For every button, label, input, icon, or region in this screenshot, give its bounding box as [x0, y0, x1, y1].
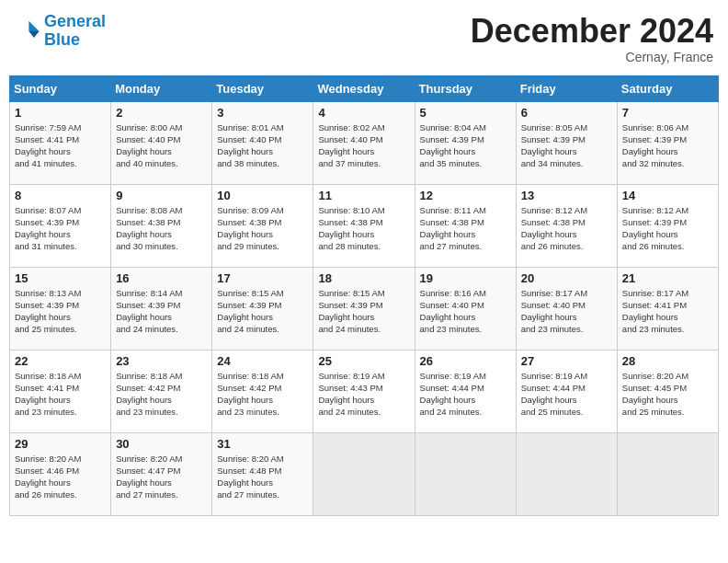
weekday-header-thursday: Thursday — [415, 75, 516, 101]
location-subtitle: Cernay, France — [471, 50, 713, 64]
calendar-cell: 3 Sunrise: 8:01 AM Sunset: 4:40 PM Dayli… — [212, 101, 313, 184]
day-info: Sunrise: 8:20 AM Sunset: 4:46 PM Dayligh… — [15, 453, 106, 501]
calendar-cell — [617, 432, 718, 515]
weekday-header-saturday: Saturday — [617, 75, 718, 101]
calendar-cell: 16 Sunrise: 8:14 AM Sunset: 4:39 PM Dayl… — [111, 267, 212, 350]
day-number: 19 — [420, 271, 511, 285]
calendar-cell: 23 Sunrise: 8:18 AM Sunset: 4:42 PM Dayl… — [111, 350, 212, 432]
day-info: Sunrise: 8:04 AM Sunset: 4:39 PM Dayligh… — [420, 121, 511, 170]
day-info: Sunrise: 8:17 AM Sunset: 4:40 PM Dayligh… — [521, 287, 612, 336]
day-number: 15 — [15, 271, 106, 285]
day-number: 18 — [318, 271, 409, 285]
calendar-cell — [415, 432, 516, 515]
day-info: Sunrise: 8:09 AM Sunset: 4:38 PM Dayligh… — [217, 204, 308, 253]
day-number: 1 — [15, 106, 106, 120]
calendar-cell: 29 Sunrise: 8:20 AM Sunset: 4:46 PM Dayl… — [10, 432, 111, 515]
day-info: Sunrise: 8:11 AM Sunset: 4:38 PM Dayligh… — [420, 204, 511, 253]
day-number: 25 — [318, 354, 409, 368]
day-number: 23 — [116, 354, 207, 368]
day-info: Sunrise: 8:00 AM Sunset: 4:40 PM Dayligh… — [116, 121, 207, 170]
day-info: Sunrise: 8:18 AM Sunset: 4:42 PM Dayligh… — [217, 370, 308, 419]
day-info: Sunrise: 8:08 AM Sunset: 4:38 PM Dayligh… — [116, 204, 207, 253]
day-number: 28 — [622, 354, 713, 368]
calendar-cell — [516, 432, 617, 515]
day-info: Sunrise: 8:02 AM Sunset: 4:40 PM Dayligh… — [318, 121, 409, 170]
calendar-cell: 11 Sunrise: 8:10 AM Sunset: 4:38 PM Dayl… — [313, 184, 415, 267]
day-number: 30 — [116, 437, 207, 451]
calendar-cell: 26 Sunrise: 8:19 AM Sunset: 4:44 PM Dayl… — [415, 350, 516, 432]
calendar-week-row: 15 Sunrise: 8:13 AM Sunset: 4:39 PM Dayl… — [10, 267, 719, 350]
day-info: Sunrise: 8:20 AM Sunset: 4:48 PM Dayligh… — [217, 453, 308, 501]
day-number: 16 — [116, 271, 207, 285]
calendar-cell: 20 Sunrise: 8:17 AM Sunset: 4:40 PM Dayl… — [516, 267, 617, 350]
day-number: 21 — [622, 271, 713, 285]
day-info: Sunrise: 8:13 AM Sunset: 4:39 PM Dayligh… — [15, 287, 106, 336]
calendar-table: SundayMondayTuesdayWednesdayThursdayFrid… — [9, 75, 719, 516]
calendar-cell: 17 Sunrise: 8:15 AM Sunset: 4:39 PM Dayl… — [212, 267, 313, 350]
day-info: Sunrise: 8:06 AM Sunset: 4:39 PM Dayligh… — [622, 121, 713, 170]
calendar-cell: 19 Sunrise: 8:16 AM Sunset: 4:40 PM Dayl… — [415, 267, 516, 350]
day-number: 6 — [521, 106, 612, 120]
calendar-cell — [313, 432, 415, 515]
day-info: Sunrise: 8:15 AM Sunset: 4:39 PM Dayligh… — [318, 287, 409, 336]
logo-icon — [15, 18, 40, 44]
day-info: Sunrise: 8:19 AM Sunset: 4:44 PM Dayligh… — [420, 370, 511, 419]
calendar-cell: 13 Sunrise: 8:12 AM Sunset: 4:38 PM Dayl… — [516, 184, 617, 267]
svg-marker-1 — [28, 31, 39, 38]
day-number: 8 — [15, 189, 106, 202]
day-info: Sunrise: 8:20 AM Sunset: 4:45 PM Dayligh… — [622, 370, 713, 419]
calendar-cell: 10 Sunrise: 8:09 AM Sunset: 4:38 PM Dayl… — [212, 184, 313, 267]
calendar-cell: 18 Sunrise: 8:15 AM Sunset: 4:39 PM Dayl… — [313, 267, 415, 350]
day-info: Sunrise: 8:18 AM Sunset: 4:42 PM Dayligh… — [116, 370, 207, 419]
day-number: 13 — [521, 189, 612, 202]
calendar-cell: 7 Sunrise: 8:06 AM Sunset: 4:39 PM Dayli… — [617, 101, 718, 184]
day-number: 2 — [116, 106, 207, 120]
weekday-header-row: SundayMondayTuesdayWednesdayThursdayFrid… — [10, 75, 719, 101]
day-info: Sunrise: 8:14 AM Sunset: 4:39 PM Dayligh… — [116, 287, 207, 336]
day-number: 5 — [420, 106, 511, 120]
page-header: General Blue December 2024 Cernay, Franc… — [9, 9, 719, 68]
calendar-cell: 8 Sunrise: 8:07 AM Sunset: 4:39 PM Dayli… — [10, 184, 111, 267]
day-number: 9 — [116, 189, 207, 202]
day-info: Sunrise: 8:16 AM Sunset: 4:40 PM Dayligh… — [420, 287, 511, 336]
calendar-cell: 30 Sunrise: 8:20 AM Sunset: 4:47 PM Dayl… — [111, 432, 212, 515]
day-info: Sunrise: 8:19 AM Sunset: 4:44 PM Dayligh… — [521, 370, 612, 419]
calendar-cell: 5 Sunrise: 8:04 AM Sunset: 4:39 PM Dayli… — [415, 101, 516, 184]
calendar-cell: 28 Sunrise: 8:20 AM Sunset: 4:45 PM Dayl… — [617, 350, 718, 432]
day-number: 22 — [15, 354, 106, 368]
weekday-header-wednesday: Wednesday — [313, 75, 415, 101]
day-info: Sunrise: 8:05 AM Sunset: 4:39 PM Dayligh… — [521, 121, 612, 170]
calendar-cell: 12 Sunrise: 8:11 AM Sunset: 4:38 PM Dayl… — [415, 184, 516, 267]
calendar-cell: 14 Sunrise: 8:12 AM Sunset: 4:39 PM Dayl… — [617, 184, 718, 267]
day-info: Sunrise: 8:15 AM Sunset: 4:39 PM Dayligh… — [217, 287, 308, 336]
weekday-header-monday: Monday — [111, 75, 212, 101]
day-number: 17 — [217, 271, 308, 285]
logo-text: General Blue — [44, 13, 106, 50]
day-number: 27 — [521, 354, 612, 368]
day-number: 4 — [318, 106, 409, 120]
calendar-cell: 6 Sunrise: 8:05 AM Sunset: 4:39 PM Dayli… — [516, 101, 617, 184]
day-number: 3 — [217, 106, 308, 120]
day-info: Sunrise: 8:01 AM Sunset: 4:40 PM Dayligh… — [217, 121, 308, 170]
calendar-cell: 22 Sunrise: 8:18 AM Sunset: 4:41 PM Dayl… — [10, 350, 111, 432]
day-info: Sunrise: 8:07 AM Sunset: 4:39 PM Dayligh… — [15, 204, 106, 253]
day-info: Sunrise: 8:20 AM Sunset: 4:47 PM Dayligh… — [116, 453, 207, 501]
calendar-cell: 9 Sunrise: 8:08 AM Sunset: 4:38 PM Dayli… — [111, 184, 212, 267]
day-number: 12 — [420, 189, 511, 202]
calendar-cell: 25 Sunrise: 8:19 AM Sunset: 4:43 PM Dayl… — [313, 350, 415, 432]
calendar-cell: 1 Sunrise: 7:59 AM Sunset: 4:41 PM Dayli… — [10, 101, 111, 184]
calendar-week-row: 29 Sunrise: 8:20 AM Sunset: 4:46 PM Dayl… — [10, 432, 719, 515]
weekday-header-tuesday: Tuesday — [212, 75, 313, 101]
day-number: 20 — [521, 271, 612, 285]
calendar-cell: 27 Sunrise: 8:19 AM Sunset: 4:44 PM Dayl… — [516, 350, 617, 432]
weekday-header-friday: Friday — [516, 75, 617, 101]
title-block: December 2024 Cernay, France — [471, 13, 713, 64]
calendar-cell: 4 Sunrise: 8:02 AM Sunset: 4:40 PM Dayli… — [313, 101, 415, 184]
day-info: Sunrise: 8:19 AM Sunset: 4:43 PM Dayligh… — [318, 370, 409, 419]
day-number: 26 — [420, 354, 511, 368]
day-number: 14 — [622, 189, 713, 202]
month-title: December 2024 — [471, 13, 713, 50]
calendar-week-row: 22 Sunrise: 8:18 AM Sunset: 4:41 PM Dayl… — [10, 350, 719, 432]
day-number: 7 — [622, 106, 713, 120]
day-info: Sunrise: 7:59 AM Sunset: 4:41 PM Dayligh… — [15, 121, 106, 170]
